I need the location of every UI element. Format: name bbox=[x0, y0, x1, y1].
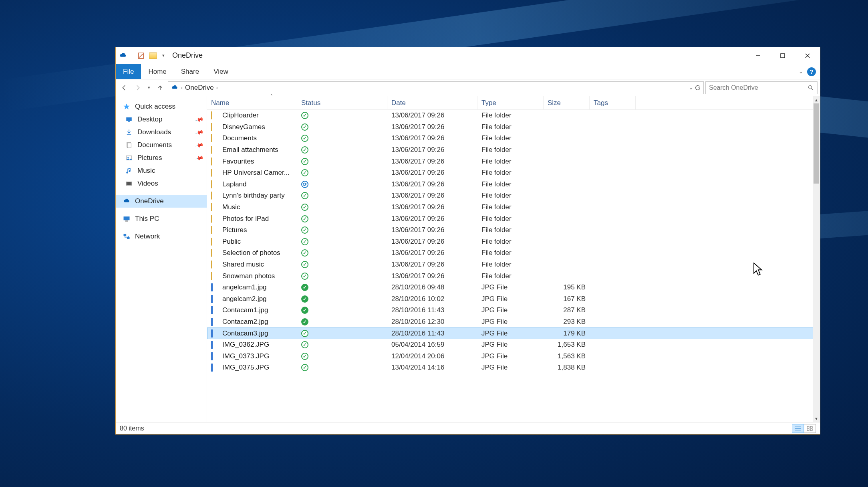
sidebar-documents[interactable]: Documents 📌 bbox=[116, 139, 207, 152]
view-details-button[interactable] bbox=[792, 424, 804, 433]
address-bar[interactable]: › OneDrive › ⌄ bbox=[168, 81, 704, 94]
scroll-thumb[interactable] bbox=[814, 103, 819, 184]
file-name: Selection of photos bbox=[222, 249, 280, 257]
cell-type: File folder bbox=[477, 215, 544, 223]
file-row[interactable]: Photos for iPad✓13/06/2017 09:26File fol… bbox=[207, 213, 820, 224]
tab-view[interactable]: View bbox=[206, 64, 236, 79]
file-row[interactable]: Favourites✓13/06/2017 09:26File folder bbox=[207, 156, 820, 167]
file-row[interactable]: Documents✓13/06/2017 09:26File folder bbox=[207, 133, 820, 144]
cell-date: 28/10/2016 11:43 bbox=[387, 329, 477, 337]
svg-rect-10 bbox=[127, 143, 131, 148]
image-file-icon bbox=[211, 283, 219, 291]
cell-date: 05/04/2014 16:59 bbox=[387, 341, 477, 349]
tab-share[interactable]: Share bbox=[174, 64, 206, 79]
file-row[interactable]: Contacam3.jpg✓28/10/2016 11:43JPG File17… bbox=[207, 327, 820, 339]
breadcrumb-separator[interactable]: › bbox=[216, 85, 218, 91]
properties-icon[interactable] bbox=[136, 51, 146, 61]
sidebar-desktop[interactable]: Desktop 📌 bbox=[116, 113, 207, 126]
scroll-up-button[interactable]: ▲ bbox=[813, 96, 820, 103]
column-tags[interactable]: Tags bbox=[590, 96, 636, 109]
search-input[interactable] bbox=[709, 84, 804, 91]
svg-rect-25 bbox=[807, 429, 809, 430]
file-row[interactable]: Lynn's birthday party✓13/06/2017 09:26Fi… bbox=[207, 190, 820, 202]
nav-up-button[interactable] bbox=[154, 82, 166, 94]
file-row[interactable]: Snowman photos✓13/06/2017 09:26File fold… bbox=[207, 270, 820, 282]
svg-rect-17 bbox=[125, 220, 128, 222]
file-row[interactable]: Shared music✓13/06/2017 09:26File folder bbox=[207, 259, 820, 271]
column-type[interactable]: Type bbox=[477, 96, 544, 109]
cell-type: File folder bbox=[477, 180, 544, 188]
search-icon[interactable] bbox=[808, 85, 814, 91]
file-name: IMG_0373.JPG bbox=[222, 352, 269, 360]
address-dropdown-icon[interactable]: ⌄ bbox=[689, 85, 693, 91]
cell-status: ✓ bbox=[297, 112, 387, 119]
cell-name: DisneyGames bbox=[207, 123, 297, 131]
maximize-button[interactable] bbox=[770, 47, 795, 64]
onedrive-app-icon[interactable] bbox=[118, 51, 128, 61]
file-row[interactable]: HP Universal Camer...✓13/06/2017 09:26Fi… bbox=[207, 167, 820, 179]
breadcrumb-separator[interactable]: › bbox=[181, 85, 183, 91]
file-list: Name ˄ Status Date Type Size Tags ClipHo… bbox=[207, 96, 820, 422]
ribbon-collapse-icon[interactable]: ⌄ bbox=[799, 69, 803, 75]
sidebar-videos[interactable]: Videos bbox=[116, 177, 207, 190]
image-file-icon bbox=[211, 329, 219, 337]
column-name[interactable]: Name ˄ bbox=[207, 96, 297, 109]
close-button[interactable] bbox=[795, 47, 820, 64]
file-row[interactable]: Music✓13/06/2017 09:26File folder bbox=[207, 202, 820, 213]
sidebar-network[interactable]: Network bbox=[116, 230, 207, 243]
sidebar-quick-access[interactable]: Quick access bbox=[116, 100, 207, 113]
file-row[interactable]: angelcam2.jpg✓28/10/2016 10:02JPG File16… bbox=[207, 293, 820, 305]
tab-home[interactable]: Home bbox=[141, 64, 173, 79]
cell-name: Music bbox=[207, 203, 297, 211]
qat-dropdown-icon[interactable]: ▾ bbox=[160, 51, 167, 61]
folder-icon[interactable] bbox=[148, 51, 158, 61]
file-row[interactable]: DisneyGames✓13/06/2017 09:26File folder bbox=[207, 121, 820, 133]
nav-recent-dropdown[interactable]: ▾ bbox=[145, 82, 153, 94]
view-thumbnails-button[interactable] bbox=[804, 424, 816, 433]
sidebar-this-pc[interactable]: This PC bbox=[116, 212, 207, 225]
file-row[interactable]: Lapland⟳13/06/2017 09:26File folder bbox=[207, 179, 820, 190]
help-icon[interactable]: ? bbox=[807, 67, 816, 76]
tab-file[interactable]: File bbox=[116, 64, 141, 79]
scroll-down-button[interactable]: ▼ bbox=[813, 415, 820, 422]
sidebar-pictures[interactable]: Pictures 📌 bbox=[116, 152, 207, 164]
onedrive-icon bbox=[171, 84, 179, 92]
folder-icon bbox=[211, 158, 219, 166]
cell-type: JPG File bbox=[477, 318, 544, 326]
file-row[interactable]: ClipHoarder✓13/06/2017 09:26File folder bbox=[207, 110, 820, 121]
file-row[interactable]: IMG_0373.JPG✓12/04/2014 20:06JPG File1,5… bbox=[207, 350, 820, 362]
scroll-track[interactable] bbox=[813, 103, 820, 415]
file-name: angelcam1.jpg bbox=[222, 283, 267, 291]
pictures-icon bbox=[125, 154, 133, 162]
column-label: Name bbox=[211, 99, 229, 107]
nav-forward-button[interactable] bbox=[132, 82, 144, 94]
file-row[interactable]: Contacam2.jpg✓28/10/2016 12:30JPG File29… bbox=[207, 316, 820, 328]
file-row[interactable]: Pictures✓13/06/2017 09:26File folder bbox=[207, 224, 820, 236]
column-date[interactable]: Date bbox=[387, 96, 477, 109]
nav-back-button[interactable] bbox=[118, 82, 130, 94]
sidebar-downloads[interactable]: Downloads 📌 bbox=[116, 126, 207, 139]
vertical-scrollbar[interactable]: ▲ ▼ bbox=[813, 96, 820, 422]
column-size[interactable]: Size bbox=[544, 96, 590, 109]
file-row[interactable]: IMG_0375.JPG✓13/04/2014 14:16JPG File1,8… bbox=[207, 362, 820, 374]
status-online-icon: ✓ bbox=[301, 135, 308, 142]
music-icon bbox=[125, 166, 133, 175]
status-online-icon: ✓ bbox=[301, 146, 308, 154]
cell-type: File folder bbox=[477, 123, 544, 131]
cell-type: File folder bbox=[477, 134, 544, 142]
breadcrumb-item[interactable]: OneDrive bbox=[185, 84, 214, 92]
file-row[interactable]: Contacam1.jpg✓28/10/2016 11:43JPG File28… bbox=[207, 305, 820, 316]
refresh-icon[interactable] bbox=[695, 85, 701, 91]
file-row[interactable]: angelcam1.jpg✓28/10/2016 09:48JPG File19… bbox=[207, 282, 820, 293]
file-row[interactable]: Selection of photos✓13/06/2017 09:26File… bbox=[207, 247, 820, 259]
file-row[interactable]: IMG_0362.JPG✓05/04/2014 16:59JPG File1,6… bbox=[207, 339, 820, 351]
file-row[interactable]: Public✓13/06/2017 09:26File folder bbox=[207, 236, 820, 248]
column-status[interactable]: Status bbox=[297, 96, 387, 109]
file-row[interactable]: Email attachments✓13/06/2017 09:26File f… bbox=[207, 144, 820, 156]
search-box[interactable] bbox=[705, 81, 818, 94]
sidebar-onedrive[interactable]: OneDrive bbox=[116, 195, 207, 208]
folder-icon bbox=[211, 261, 219, 269]
minimize-button[interactable] bbox=[745, 47, 770, 64]
sidebar-music[interactable]: Music bbox=[116, 164, 207, 177]
svg-rect-15 bbox=[131, 182, 132, 186]
